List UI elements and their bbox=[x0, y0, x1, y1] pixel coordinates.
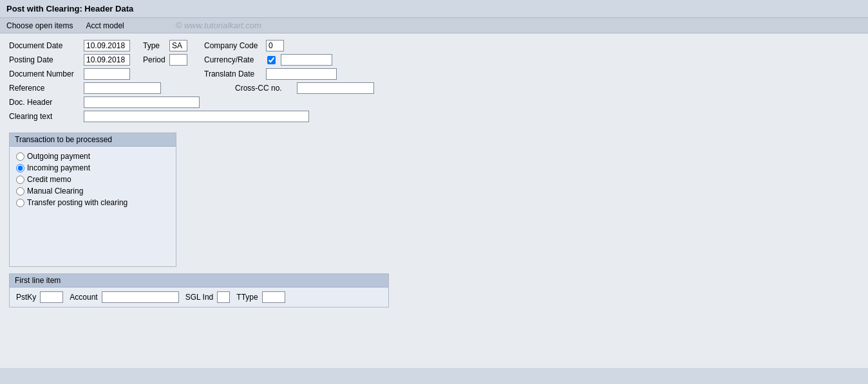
period-input[interactable] bbox=[169, 54, 187, 66]
doc-header-label: Doc. Header bbox=[9, 98, 80, 107]
first-line-item-body: PstKy Account SGL Ind TType bbox=[10, 288, 388, 307]
account-label: Account bbox=[70, 293, 97, 302]
account-input[interactable] bbox=[102, 291, 179, 303]
radio-manual-clearing[interactable]: Manual Clearing bbox=[16, 187, 169, 196]
document-number-input[interactable] bbox=[84, 68, 130, 80]
transaction-section-body: Outgoing payment Incoming payment Credit… bbox=[10, 147, 176, 266]
clearing-text-input[interactable] bbox=[84, 111, 309, 122]
clearing-text-label: Clearing text bbox=[9, 112, 80, 121]
form-row-1: Document Date Type Company Code bbox=[9, 40, 859, 51]
company-code-label: Company Code bbox=[204, 41, 262, 50]
sgl-ind-label: SGL Ind bbox=[185, 293, 214, 302]
type-input[interactable] bbox=[169, 40, 187, 51]
translatn-date-label: Translatn Date bbox=[204, 69, 262, 78]
ttype-input[interactable] bbox=[262, 291, 285, 303]
form-row-6: Clearing text bbox=[9, 111, 859, 122]
posting-date-label: Posting Date bbox=[9, 55, 80, 64]
period-label: Period bbox=[143, 55, 165, 64]
first-line-item-section: First line item PstKy Account SGL Ind TT… bbox=[9, 273, 389, 307]
reference-input[interactable] bbox=[84, 82, 161, 94]
company-code-input[interactable] bbox=[266, 40, 284, 51]
header-form: Document Date Type Company Code Posting … bbox=[9, 40, 859, 122]
form-row-2: Posting Date Period Currency/Rate bbox=[9, 54, 859, 66]
posting-date-input[interactable] bbox=[84, 54, 130, 66]
radio-outgoing-payment[interactable]: Outgoing payment bbox=[16, 152, 169, 161]
title-bar: Post with Clearing: Header Data bbox=[0, 0, 868, 18]
watermark: © www.tutorialkart.com bbox=[176, 21, 261, 30]
ttype-label: TType bbox=[236, 293, 258, 302]
reference-label: Reference bbox=[9, 84, 80, 93]
form-row-3: Document Number Translatn Date bbox=[9, 68, 859, 80]
transaction-section: Transaction to be processed Outgoing pay… bbox=[9, 133, 176, 267]
form-row-5: Doc. Header bbox=[9, 96, 859, 108]
transaction-section-header: Transaction to be processed bbox=[10, 133, 176, 147]
pstky-label: PstKy bbox=[16, 293, 36, 302]
main-content: Document Date Type Company Code Posting … bbox=[0, 33, 868, 368]
cross-cc-label: Cross-CC no. bbox=[235, 84, 293, 93]
sgl-ind-input[interactable] bbox=[217, 291, 230, 303]
type-label: Type bbox=[143, 41, 165, 50]
doc-header-input[interactable] bbox=[84, 96, 200, 108]
cross-cc-input[interactable] bbox=[297, 82, 374, 94]
document-date-label: Document Date bbox=[9, 41, 80, 50]
translatn-date-input[interactable] bbox=[266, 68, 337, 80]
currency-rate-checkbox[interactable] bbox=[267, 56, 276, 64]
radio-transfer-posting[interactable]: Transfer posting with clearing bbox=[16, 198, 169, 207]
pstky-input[interactable] bbox=[40, 291, 63, 303]
document-number-label: Document Number bbox=[9, 69, 80, 78]
page-title: Post with Clearing: Header Data bbox=[0, 0, 868, 18]
menu-acct-model[interactable]: Acct model bbox=[86, 21, 124, 30]
menu-choose-open-items[interactable]: Choose open items bbox=[6, 21, 73, 30]
menu-bar: Choose open items Acct model © www.tutor… bbox=[0, 18, 868, 33]
currency-rate-input[interactable] bbox=[281, 54, 332, 66]
first-line-item-header: First line item bbox=[10, 274, 388, 288]
document-date-input[interactable] bbox=[84, 40, 130, 51]
currency-rate-label: Currency/Rate bbox=[204, 55, 262, 64]
form-row-4: Reference Cross-CC no. bbox=[9, 82, 859, 94]
radio-incoming-payment[interactable]: Incoming payment bbox=[16, 163, 169, 172]
radio-credit-memo[interactable]: Credit memo bbox=[16, 175, 169, 184]
